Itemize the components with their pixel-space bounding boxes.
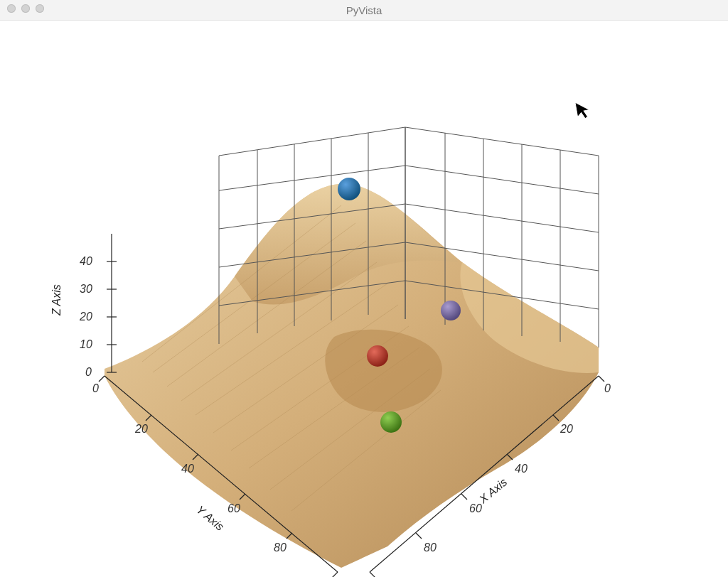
scene-svg[interactable]: 0 10 20 30 40 Z Axis 0 20 40 60 80 100 Y… xyxy=(0,21,728,577)
z-tick-4: 40 xyxy=(80,255,92,267)
z-tick-1: 10 xyxy=(80,338,92,350)
window-title: PyVista xyxy=(0,4,728,16)
x-tick-4: 80 xyxy=(424,541,437,554)
zoom-icon[interactable] xyxy=(36,4,44,13)
window-titlebar[interactable]: PyVista xyxy=(0,0,728,21)
svg-line-2 xyxy=(405,204,599,232)
z-axis-label: Z Axis xyxy=(50,284,63,316)
window-controls[interactable] xyxy=(7,4,44,13)
svg-line-33 xyxy=(461,494,467,500)
marker-red[interactable] xyxy=(367,345,388,367)
svg-line-35 xyxy=(370,572,375,577)
svg-line-23 xyxy=(99,376,105,382)
z-axis-ticks: 0 10 20 30 40 xyxy=(79,255,92,378)
y-tick-4: 80 xyxy=(274,541,287,554)
svg-line-28 xyxy=(332,572,338,577)
marker-blue[interactable] xyxy=(338,178,360,200)
x-tick-1: 20 xyxy=(560,423,573,435)
minimize-icon[interactable] xyxy=(21,4,30,13)
marker-green[interactable] xyxy=(380,411,402,433)
x-tick-2: 40 xyxy=(515,463,528,475)
x-tick-3: 60 xyxy=(469,502,482,514)
svg-line-30 xyxy=(599,376,604,382)
z-tick-2: 20 xyxy=(79,311,92,323)
close-icon[interactable] xyxy=(7,4,16,13)
svg-line-3 xyxy=(405,166,599,194)
y-axis-label: Y Axis xyxy=(194,503,226,533)
surface-mesh[interactable] xyxy=(105,184,599,568)
x-axis-label: X Axis xyxy=(476,476,509,506)
x-tick-0: 0 xyxy=(604,382,611,394)
svg-line-34 xyxy=(416,533,422,539)
z-tick-3: 30 xyxy=(80,283,92,295)
y-tick-2: 40 xyxy=(181,463,194,475)
y-tick-3: 60 xyxy=(228,502,240,514)
viewport-3d[interactable]: 0 10 20 30 40 Z Axis 0 20 40 60 80 100 Y… xyxy=(0,21,728,577)
svg-line-11 xyxy=(219,166,405,190)
marker-purple[interactable] xyxy=(441,301,461,320)
z-tick-0: 0 xyxy=(85,366,92,378)
y-tick-0: 0 xyxy=(92,382,99,394)
y-tick-1: 20 xyxy=(134,423,148,435)
